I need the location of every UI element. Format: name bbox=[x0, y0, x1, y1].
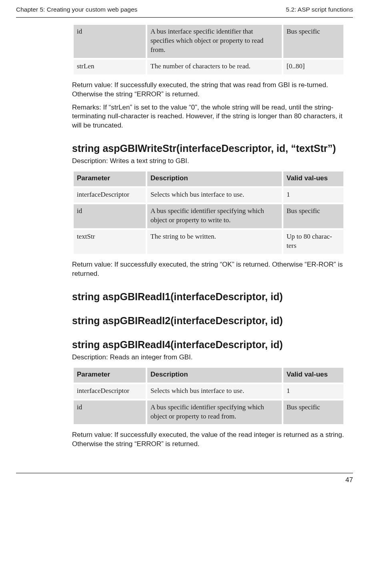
desc-readint: Description: Reads an integer from GBI. bbox=[72, 353, 345, 362]
page-footer: 47 bbox=[16, 473, 353, 485]
params-table-readstr-cont: id A bus interface specific identifier t… bbox=[72, 23, 345, 76]
th-parameter: Parameter bbox=[74, 368, 146, 383]
table-row: id A bus interface specific identifier t… bbox=[74, 25, 343, 58]
table1-body: id A bus interface specific identifier t… bbox=[74, 25, 343, 74]
cell-desc: A bus specific identifier specifying whi… bbox=[147, 401, 282, 425]
header-left: Chapter 5: Creating your custom web page… bbox=[16, 6, 137, 14]
table-row: interfaceDescriptor Selects which bus in… bbox=[74, 384, 343, 399]
cell-param: id bbox=[74, 401, 146, 425]
return-value-readstr: Return value: If successfully executed, … bbox=[72, 81, 345, 99]
return-value-readint: Return value: If successfully executed, … bbox=[72, 431, 345, 449]
th-valid: Valid val-ues bbox=[283, 368, 343, 383]
page-body: id A bus interface specific identifier t… bbox=[72, 23, 345, 449]
cell-valid: Bus specific bbox=[283, 401, 343, 425]
heading-writestr: string aspGBIWriteStr(interfaceDescripto… bbox=[72, 142, 345, 154]
table-row: strLen The number of characters to be re… bbox=[74, 60, 343, 74]
desc-writestr: Description: Writes a text string to GBI… bbox=[72, 157, 345, 166]
params-table-writestr: Parameter Description Valid val-ues inte… bbox=[72, 170, 345, 255]
table-row: id A bus specific identifier specifying … bbox=[74, 401, 343, 425]
cell-desc: Selects which bus interface to use. bbox=[147, 384, 282, 399]
th-description: Description bbox=[147, 171, 282, 186]
cell-param: strLen bbox=[74, 60, 146, 74]
th-parameter: Parameter bbox=[74, 171, 146, 186]
table-header-row: Parameter Description Valid val-ues bbox=[74, 171, 343, 186]
header-right: 5.2: ASP script functions bbox=[286, 6, 353, 14]
heading-readi1: string aspGBIReadI1(interfaceDescriptor,… bbox=[72, 291, 345, 303]
cell-param: id bbox=[74, 204, 146, 228]
heading-readi2: string aspGBIReadI2(interfaceDescriptor,… bbox=[72, 315, 345, 327]
cell-valid: 1 bbox=[283, 384, 343, 399]
cell-desc: A bus interface specific identifier that… bbox=[147, 25, 282, 58]
cell-valid: [0..80] bbox=[283, 60, 343, 74]
cell-param: interfaceDescriptor bbox=[74, 384, 146, 399]
cell-valid: Bus specific bbox=[283, 25, 343, 58]
cell-desc: Selects which bus interface to use. bbox=[147, 188, 282, 203]
heading-readi4: string aspGBIReadI4(interfaceDescriptor,… bbox=[72, 339, 345, 351]
cell-param: id bbox=[74, 25, 146, 58]
table-row: interfaceDescriptor Selects which bus in… bbox=[74, 188, 343, 203]
running-header: Chapter 5: Creating your custom web page… bbox=[16, 6, 353, 18]
table-row: id A bus specific identifier specifying … bbox=[74, 204, 343, 228]
remarks-readstr: Remarks: If “strLen” is set to the value… bbox=[72, 103, 345, 131]
cell-desc: The number of characters to be read. bbox=[147, 60, 282, 74]
cell-desc: A bus specific identifier specifying whi… bbox=[147, 204, 282, 228]
page-number: 47 bbox=[345, 476, 353, 484]
return-value-writestr: Return value: If successfully executed, … bbox=[72, 260, 345, 279]
cell-valid: Up to 80 charac-ters bbox=[283, 230, 343, 254]
cell-valid: Bus specific bbox=[283, 204, 343, 228]
cell-param: interfaceDescriptor bbox=[74, 188, 146, 203]
cell-desc: The string to be written. bbox=[147, 230, 282, 254]
th-valid: Valid val-ues bbox=[283, 171, 343, 186]
cell-param: textStr bbox=[74, 230, 146, 254]
table-header-row: Parameter Description Valid val-ues bbox=[74, 368, 343, 383]
cell-valid: 1 bbox=[283, 188, 343, 203]
params-table-readint: Parameter Description Valid val-ues inte… bbox=[72, 366, 345, 426]
th-description: Description bbox=[147, 368, 282, 383]
table-row: textStr The string to be written. Up to … bbox=[74, 230, 343, 254]
